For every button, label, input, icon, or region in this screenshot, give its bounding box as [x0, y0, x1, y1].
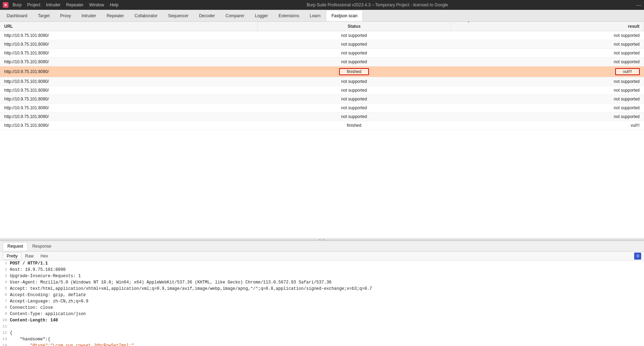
cell-url: http://10.9.75.101:8090/	[0, 112, 257, 121]
menu-repeater[interactable]: Repeater	[66, 2, 83, 7]
cell-status: finished	[257, 121, 451, 130]
cell-result: not supported	[451, 31, 644, 40]
subtab-hex[interactable]: Hex	[37, 253, 51, 259]
code-line: 7Accept-Language: zh-CN,zh;q=0.9	[0, 299, 644, 305]
tab-proxy[interactable]: Proxy	[55, 10, 76, 22]
subtab-raw[interactable]: Raw	[21, 253, 37, 259]
minimize-button[interactable]: —	[636, 2, 641, 8]
table-row[interactable]: http://10.9.75.101:8090/not supportednot…	[0, 95, 644, 104]
table-row[interactable]: http://10.9.75.101:8090/finishedvul!!!	[0, 121, 644, 130]
code-line: 6Accept-Encoding: gzip, deflate	[0, 292, 644, 299]
tab-dashboard[interactable]: Dashboard	[1, 10, 33, 22]
code-line: 4User-Agent: Mozilla/5.0 (Windows NT 10.…	[0, 280, 644, 286]
line-number: 13	[0, 337, 10, 341]
table-row[interactable]: http://10.9.75.101:8090/not supportednot…	[0, 112, 644, 121]
cell-status: finished	[257, 66, 451, 77]
line-number: 2	[0, 267, 10, 272]
menu-help[interactable]: Help	[110, 2, 119, 7]
line-content: "handsome":{	[10, 337, 644, 342]
cell-result: not supported	[451, 58, 644, 66]
inspector-icon[interactable]: ☰	[634, 253, 641, 260]
table-row[interactable]: http://10.9.75.101:8090/not supportednot…	[0, 40, 644, 49]
cell-url: http://10.9.75.101:8090/	[0, 58, 257, 66]
cell-url: http://10.9.75.101:8090/	[0, 66, 257, 77]
tab-request[interactable]: Request	[3, 242, 28, 250]
code-line: 10Content-Length: 148	[0, 318, 644, 324]
line-content: Upgrade-Insecure-Requests: 1	[10, 274, 644, 279]
code-line: 1POST / HTTP/1.1	[0, 261, 644, 267]
code-line: 14 "@type":"Lcom.sun.rowset.JdbcRowSetIm…	[0, 343, 644, 346]
cell-status: not supported	[257, 40, 451, 49]
table-row[interactable]: http://10.9.75.101:8090/finishedvul!!!	[0, 66, 644, 77]
tab-response[interactable]: Response	[28, 242, 56, 250]
menu-project[interactable]: Project	[27, 2, 40, 7]
line-number: 14	[0, 343, 10, 346]
code-line: 5Accept: text/html,application/xhtml+xml…	[0, 286, 644, 292]
line-number: 6	[0, 293, 10, 297]
cell-url: http://10.9.75.101:8090/	[0, 121, 257, 130]
cell-result: not supported	[451, 49, 644, 58]
cell-result: not supported	[451, 77, 644, 86]
code-line: 11	[0, 324, 644, 330]
table-row[interactable]: http://10.9.75.101:8090/not supportednot…	[0, 31, 644, 40]
menu-bar: Burp Project Intruder Repeater Window He…	[13, 2, 119, 7]
line-number: 9	[0, 312, 10, 316]
cell-status: not supported	[257, 77, 451, 86]
line-content: Host: 10.9.75.101:8090	[10, 267, 644, 272]
subtab-pretty[interactable]: Pretty	[3, 253, 21, 260]
title-bar: B Burp Project Intruder Repeater Window …	[0, 0, 644, 10]
table-row[interactable]: http://10.9.75.101:8090/not supportednot…	[0, 49, 644, 58]
line-content: Accept: text/html,application/xhtml+xml,…	[10, 286, 644, 291]
main-content: URL Status result http://10.9.75.101:809…	[0, 22, 644, 346]
tab-collaborator[interactable]: Collaborator	[129, 10, 163, 22]
code-line: 13 "handsome":{	[0, 337, 644, 343]
tab-logger[interactable]: Logger	[250, 10, 273, 22]
cell-status: not supported	[257, 49, 451, 58]
tab-repeater[interactable]: Repeater	[101, 10, 129, 22]
line-content: Accept-Encoding: gzip, deflate	[10, 293, 644, 298]
scan-results-table: URL Status result http://10.9.75.101:809…	[0, 22, 644, 130]
scan-table-area: URL Status result http://10.9.75.101:809…	[0, 22, 644, 239]
tab-comparer[interactable]: Comparer	[220, 10, 249, 22]
tab-learn[interactable]: Learn	[305, 10, 326, 22]
line-number: 4	[0, 280, 10, 284]
tab-fastjson[interactable]: Fastjson scan	[326, 10, 363, 22]
tab-target[interactable]: Target	[33, 10, 55, 22]
line-number: 8	[0, 305, 10, 309]
table-row[interactable]: http://10.9.75.101:8090/not supportednot…	[0, 86, 644, 95]
title-left: B Burp Project Intruder Repeater Window …	[3, 2, 119, 8]
cell-status: not supported	[257, 104, 451, 112]
request-code-area: 1POST / HTTP/1.12Host: 10.9.75.101:80903…	[0, 261, 644, 346]
panel-tabs: Request Response	[0, 241, 644, 252]
line-number: 12	[0, 331, 10, 335]
line-content: "@type":"Lcom.sun.rowset.JdbcRowSetImpl;…	[10, 343, 644, 346]
code-line: 12{	[0, 330, 644, 337]
table-row[interactable]: http://10.9.75.101:8090/not supportednot…	[0, 58, 644, 66]
code-line: 9Content-Type: application/json	[0, 311, 644, 318]
tab-intruder[interactable]: Intruder	[76, 10, 101, 22]
cell-result: not supported	[451, 104, 644, 112]
line-content: User-Agent: Mozilla/5.0 (Windows NT 10.0…	[10, 280, 644, 285]
cell-status: not supported	[257, 86, 451, 95]
code-line: 8Connection: close	[0, 305, 644, 311]
line-content: Content-Length: 148	[10, 318, 644, 323]
table-row[interactable]: http://10.9.75.101:8090/not supportednot…	[0, 77, 644, 86]
bottom-panel: Request Response Pretty Raw Hex ☰ 1POST …	[0, 241, 644, 346]
table-row[interactable]: http://10.9.75.101:8090/not supportednot…	[0, 104, 644, 112]
tab-extensions[interactable]: Extensions	[273, 10, 305, 22]
code-line: 3Upgrade-Insecure-Requests: 1	[0, 273, 644, 280]
cell-result: vul!!!	[451, 66, 644, 77]
cell-status: not supported	[257, 95, 451, 104]
col-status: Status	[257, 22, 451, 31]
tab-decoder[interactable]: Decoder	[194, 10, 220, 22]
tab-sequencer[interactable]: Sequencer	[163, 10, 194, 22]
cell-url: http://10.9.75.101:8090/	[0, 104, 257, 112]
cell-status: not supported	[257, 31, 451, 40]
code-line: 2Host: 10.9.75.101:8090	[0, 267, 644, 273]
line-content: Connection: close	[10, 305, 644, 310]
cell-url: http://10.9.75.101:8090/	[0, 31, 257, 40]
cell-result: vul!!!	[451, 121, 644, 130]
menu-window[interactable]: Window	[89, 2, 104, 7]
menu-intruder[interactable]: Intruder	[46, 2, 60, 7]
menu-burp[interactable]: Burp	[13, 2, 21, 7]
